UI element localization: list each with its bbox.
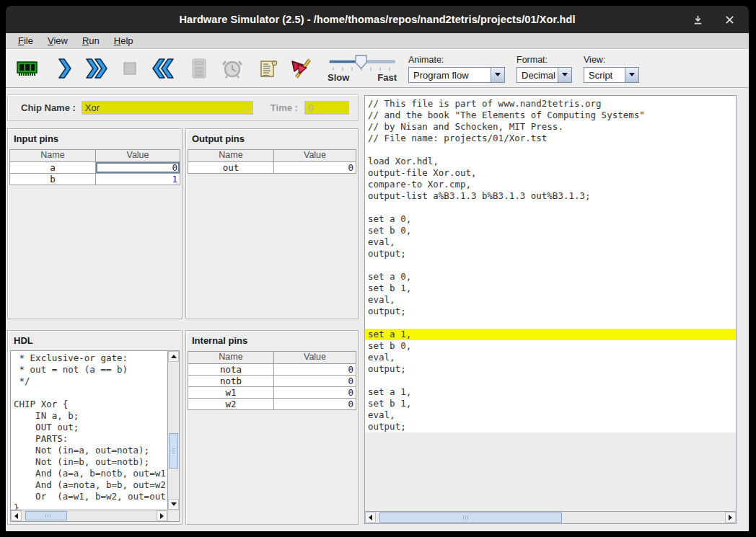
input-pins-title: Input pins [8,129,182,144]
scroll-track[interactable] [376,512,725,523]
hdl-line: And (a=a, b=notb, out=w1); [14,468,167,479]
format-dropdown-button[interactable] [558,68,571,82]
close-button[interactable] [723,13,736,26]
run-button[interactable] [81,52,113,85]
hdl-code: * Exclusive-or gate: * out = not (a == b… [11,351,167,510]
table-header-row: Name Value [188,352,356,363]
script-line: // and the book "The Elements of Computi… [365,110,736,121]
pin-name: out [188,162,274,173]
pin-value: 0 [274,162,356,173]
horizontal-scroll-thumb[interactable] [25,511,67,520]
pin-value[interactable]: 1 [96,174,180,185]
script-line [365,202,736,213]
vertical-scroll-thumb[interactable] [169,433,178,468]
pin-name: b [10,174,96,185]
arrow-left-icon [369,515,372,520]
load-script-button[interactable] [252,52,284,85]
script-line: output-file Xor.out, [365,167,736,179]
hdl-title: HDL [8,331,182,346]
scroll-right-button[interactable] [725,512,736,523]
internal-pins-panel: Internal pins Name Value nota 0 notb 0 w… [185,330,359,525]
menu-help[interactable]: Help [107,35,141,46]
iconify-button[interactable] [691,13,704,26]
pin-value: 0 [274,399,356,409]
view-select[interactable]: Script [584,67,639,83]
menu-run[interactable]: Run [75,35,107,46]
animate-value: Program flow [409,68,491,82]
arrow-right-icon [160,513,164,519]
time-label: Time : [271,102,298,113]
animate-dropdown-button[interactable] [491,68,504,82]
hdl-line: * out = not (a == b) [14,364,167,376]
pin-value: 0 [274,376,356,386]
format-label: Format: [517,55,572,65]
script-line: output; [365,421,736,432]
arrow-down-icon [171,502,177,506]
view-value: Script [584,68,625,82]
title-bar[interactable]: Hardware Simulator (2.5) - /home/thomas/… [6,6,749,33]
load-chip-button[interactable] [12,52,43,85]
horizontal-scroll-thumb[interactable] [379,512,562,523]
output-pins-panel: Output pins Name Value out 0 [185,128,359,319]
script-line [365,375,736,386]
pin-name: notb [188,376,274,386]
hdl-scrollpane: * Exclusive-or gate: * out = not (a == b… [10,350,180,522]
speed-slider-control[interactable] [328,55,397,72]
chip-name-input[interactable]: Xor [82,101,253,115]
slider-thumb-icon [356,56,366,68]
table-row: nota 0 [188,363,356,375]
script-line: // This file is part of www.nand2tetris.… [365,98,736,110]
window-controls [691,6,736,33]
view-dropdown-button[interactable] [625,68,638,82]
chevron-down-icon [629,73,635,76]
format-select[interactable]: Decimal [517,67,572,83]
reset-button[interactable] [147,52,179,85]
calculator-icon [186,56,212,81]
single-step-icon [50,56,76,81]
pin-value-editor[interactable]: 0 [96,162,180,173]
scroll-right-button[interactable] [157,510,167,521]
script-line: load Xor.hdl, [365,156,736,167]
clock-button [216,52,248,85]
thumb-ridge [172,448,175,455]
scroll-left-button[interactable] [365,512,376,523]
scroll-up-button[interactable] [168,351,179,362]
clock-icon [219,56,245,81]
script-line: set b 0, [365,340,736,352]
script-line: set a 1, [365,329,736,340]
chip-icon [14,56,40,81]
hdl-line [14,387,167,399]
hdl-line: OUT out; [14,422,167,433]
single-step-button[interactable] [48,52,79,85]
run-icon [84,56,110,81]
pin-name: nota [188,364,274,375]
table-row: notb 0 [188,375,356,386]
close-icon [725,15,734,25]
menu-file[interactable]: File [11,35,40,46]
view-group: View: Script [584,55,639,83]
table-header-row: Name Value [188,150,356,161]
script-horizontal-scrollbar[interactable] [364,512,737,524]
script-line: set b 1, [365,398,736,409]
hdl-line: * Exclusive-or gate: [14,352,167,364]
internal-pins-table: Name Value nota 0 notb 0 w1 0 w2 0 [188,351,356,410]
speed-slider[interactable]: Slow Fast [328,55,397,83]
breakpoint-button[interactable] [286,52,317,85]
script-line: // by Nisan and Schocken, MIT Press. [365,121,736,133]
hdl-panel: HDL * Exclusive-or gate: * out = not (a … [7,330,183,525]
hdl-vertical-scrollbar[interactable] [167,351,179,510]
hdl-horizontal-scrollbar[interactable] [11,510,167,521]
breakpoint-flag-icon [289,56,315,81]
hdl-line: } [14,502,167,510]
scroll-left-button[interactable] [11,510,22,521]
script-line: output; [365,306,736,317]
table-row: w2 0 [188,398,356,409]
stop-button[interactable] [114,52,146,85]
pin-name: w1 [188,387,274,398]
view-label: View: [584,55,639,65]
scroll-down-button[interactable] [168,499,179,510]
chevron-down-icon [562,73,568,76]
animate-select[interactable]: Program flow [408,67,505,83]
script-line [365,144,736,156]
menu-view[interactable]: View [40,35,75,46]
